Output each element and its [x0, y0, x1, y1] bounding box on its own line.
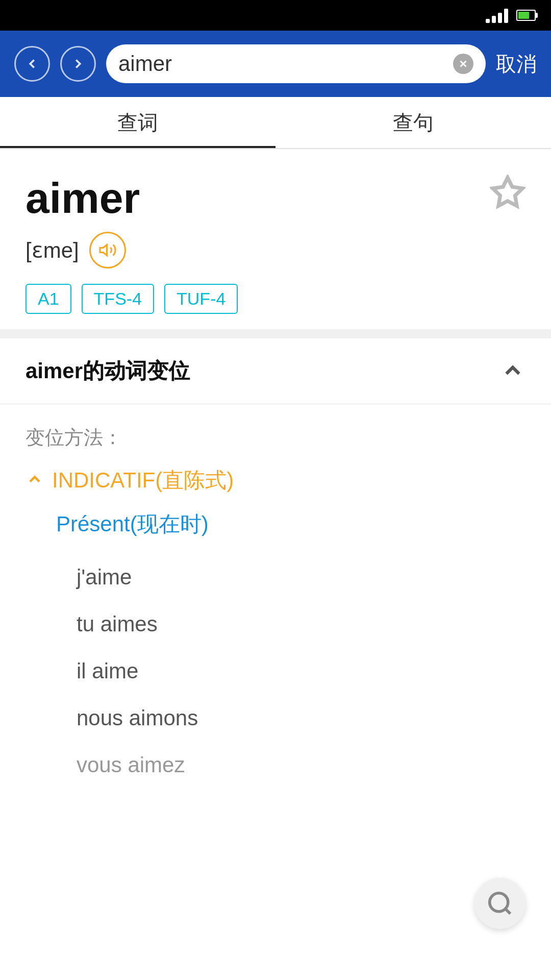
conj-form-1: j'aime	[77, 554, 525, 601]
tag-tfs4: TFS-4	[82, 284, 154, 314]
conjugation-title: aimer的动词变位	[26, 357, 190, 385]
conj-form-4: nous aimons	[77, 695, 525, 742]
cancel-button[interactable]: 取消	[496, 50, 537, 78]
tab-zacu[interactable]: 查句	[276, 97, 551, 148]
word-title: aimer	[26, 175, 525, 222]
tab-zaci[interactable]: 查词	[0, 97, 276, 148]
phonetic-row: [ɛme]	[26, 232, 525, 268]
phonetic-text: [ɛme]	[26, 238, 79, 263]
word-entry: aimer [ɛme] A1 TFS-4 TUF-4	[0, 149, 551, 329]
conjugation-header: aimer的动词变位	[0, 338, 551, 404]
conjugation-list: j'aime tu aimes il aime nous aimons	[77, 554, 525, 742]
bookmark-button[interactable]	[490, 175, 525, 212]
indicatif-chevron-icon	[26, 470, 44, 491]
conj-form-5-partial: vous aimez	[77, 742, 525, 777]
forward-button[interactable]	[60, 46, 96, 82]
signal-icon	[486, 8, 508, 23]
indicatif-label[interactable]: INDICATIF(直陈式)	[52, 466, 234, 495]
method-label: 变位方法：	[26, 425, 525, 451]
svg-line-5	[505, 909, 510, 914]
collapse-button[interactable]	[500, 358, 525, 385]
indicatif-row: INDICATIF(直陈式)	[26, 466, 525, 495]
audio-button[interactable]	[89, 232, 126, 268]
conjugation-body: 变位方法： INDICATIF(直陈式) Présent(现在时) j'aime…	[0, 404, 551, 798]
tabs: 查词 查句	[0, 97, 551, 149]
status-bar	[0, 0, 551, 31]
svg-marker-2	[493, 178, 522, 206]
search-box	[106, 44, 486, 83]
back-button[interactable]	[14, 46, 50, 82]
svg-marker-3	[100, 245, 107, 256]
float-search-button[interactable]	[474, 878, 525, 929]
tag-a1: A1	[26, 284, 71, 314]
svg-point-4	[490, 893, 508, 912]
section-separator	[0, 329, 551, 338]
tag-tuf4: TUF-4	[164, 284, 238, 314]
conj-form-3: il aime	[77, 648, 525, 695]
conj-form-2: tu aimes	[77, 601, 525, 648]
search-input[interactable]	[118, 52, 447, 76]
battery-icon	[516, 10, 536, 21]
present-label[interactable]: Présent(现在时)	[56, 510, 525, 538]
tags-row: A1 TFS-4 TUF-4	[26, 284, 525, 314]
header: 取消	[0, 31, 551, 97]
clear-button[interactable]	[453, 54, 473, 74]
